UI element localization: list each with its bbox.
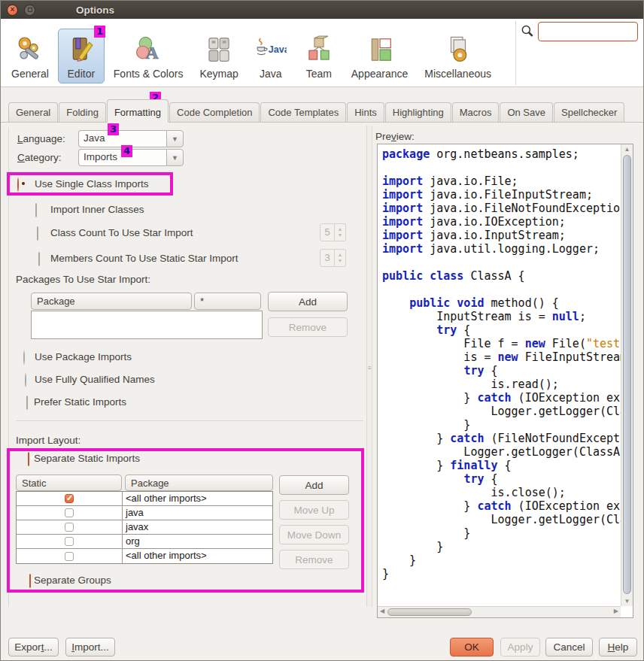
layout-table-header-package[interactable]: Package xyxy=(125,475,273,491)
use-fully-qualified-radio[interactable] xyxy=(25,373,26,387)
layout-remove-button[interactable]: Remove xyxy=(279,550,349,569)
layout-add-button[interactable]: Add xyxy=(279,475,349,495)
scroll-up-icon[interactable]: ▲ xyxy=(621,146,633,153)
java-logo-icon: Java xyxy=(255,33,287,66)
preview-pane: package org.netbeans.samples; import jav… xyxy=(377,144,633,618)
toolbar-item-label: General xyxy=(11,68,49,80)
layout-move-down-button[interactable]: Move Down xyxy=(279,525,349,544)
scroll-right-icon[interactable]: ▶ xyxy=(614,608,618,614)
tab-spellchecker[interactable]: Spellchecker xyxy=(554,102,624,123)
toolbar-item-appearance[interactable]: Appearance xyxy=(344,29,416,83)
row-package-cell[interactable]: java xyxy=(123,506,272,520)
search-input[interactable] xyxy=(538,22,638,41)
layout-move-up-button[interactable]: Move Up xyxy=(279,500,349,520)
row-package-cell[interactable]: org xyxy=(123,535,272,548)
options-window: × Options General xyxy=(0,0,644,661)
window-close-button[interactable]: × xyxy=(7,5,18,16)
use-package-imports-radio[interactable] xyxy=(23,350,25,365)
annotation-badge-4: 4 xyxy=(121,145,132,157)
row-static-checkbox[interactable] xyxy=(65,537,74,546)
packages-table-body[interactable] xyxy=(31,311,263,339)
help-button[interactable]: Help xyxy=(599,638,637,656)
scroll-down-icon[interactable]: ▼ xyxy=(621,598,633,605)
tab-hints[interactable]: Hints xyxy=(347,102,384,123)
separate-groups-label: Separate Groups xyxy=(34,575,111,586)
table-row[interactable]: javax xyxy=(17,520,272,535)
toolbar-item-label: Editor xyxy=(68,68,96,80)
toolbar-item-keymap[interactable]: Keymap xyxy=(192,29,245,83)
use-fully-qualified-label: Use Fully Qualified Names xyxy=(35,374,155,385)
tab-folding[interactable]: Folding xyxy=(59,102,106,123)
vertical-scrollbar[interactable]: ▲ ▼ xyxy=(621,144,633,606)
row-package-cell[interactable]: javax xyxy=(123,520,272,534)
export-button[interactable]: Export... xyxy=(8,638,59,656)
toolbar-item-general[interactable]: General xyxy=(4,29,56,83)
use-package-imports-label: Use Package Imports xyxy=(35,351,132,362)
ok-button[interactable]: OK xyxy=(450,638,494,656)
row-package-cell[interactable]: <all other imports> xyxy=(123,492,272,505)
row-static-checkbox[interactable] xyxy=(65,494,74,503)
layout-table-body: <all other imports> java javax org <all … xyxy=(16,491,273,564)
toolbar-item-label: Miscellaneous xyxy=(424,68,491,80)
table-row[interactable]: java xyxy=(17,506,272,520)
import-inner-classes-checkbox[interactable] xyxy=(35,203,37,217)
chevron-down-icon[interactable]: ▼ xyxy=(166,149,184,166)
prefer-static-imports-checkbox[interactable] xyxy=(26,396,28,410)
table-row[interactable]: <all other imports> xyxy=(17,492,272,506)
separate-groups-checkbox[interactable] xyxy=(29,574,31,588)
use-single-class-imports-radio[interactable] xyxy=(17,177,19,192)
members-count-checkbox[interactable] xyxy=(38,252,40,266)
toolbar-item-team[interactable]: Team xyxy=(296,29,342,83)
tab-code-templates[interactable]: Code Templates xyxy=(260,102,346,123)
section-divider xyxy=(16,420,363,421)
table-row[interactable]: org xyxy=(17,535,272,549)
horizontal-scrollbar-thumb[interactable] xyxy=(387,608,472,616)
toolbar-item-java[interactable]: Java Java xyxy=(248,29,294,83)
table-row[interactable]: <all other imports> xyxy=(17,549,272,563)
separate-static-imports-checkbox[interactable] xyxy=(28,452,29,466)
tab-highlighting[interactable]: Highlighting xyxy=(385,102,451,123)
tab-formatting[interactable]: Formatting xyxy=(107,99,169,123)
spinner-arrows-icon[interactable]: ▲▼ xyxy=(335,249,346,267)
cancel-button[interactable]: Cancel xyxy=(545,638,593,656)
letter-a-colors-icon: A xyxy=(132,33,164,66)
tab-general[interactable]: General xyxy=(8,102,58,123)
window-maximize-button[interactable] xyxy=(24,5,35,16)
row-package-cell[interactable]: <all other imports> xyxy=(123,549,272,563)
row-static-checkbox[interactable] xyxy=(65,523,74,532)
gears-wrench-icon xyxy=(14,33,46,66)
packages-remove-button[interactable]: Remove xyxy=(268,317,348,337)
svg-text:Java: Java xyxy=(269,44,287,55)
chevron-down-icon[interactable]: ▼ xyxy=(166,130,184,147)
row-static-checkbox[interactable] xyxy=(65,552,74,561)
use-single-class-imports-label: Use Single Class Imports xyxy=(35,178,149,190)
layout-table-header-static[interactable]: Static xyxy=(16,475,122,491)
packages-table-header-star[interactable]: * xyxy=(194,293,261,310)
preview-code[interactable]: package org.netbeans.samples; import jav… xyxy=(378,144,621,606)
toolbar-item-fonts-colors[interactable]: A Fonts & Colors xyxy=(106,29,191,83)
class-count-checkbox[interactable] xyxy=(37,226,38,241)
scroll-left-icon[interactable]: ◀ xyxy=(380,608,384,614)
horizontal-scrollbar[interactable]: ◀ ▶ xyxy=(378,606,621,617)
toolbar-item-miscellaneous[interactable]: Miscellaneous xyxy=(417,29,499,83)
row-static-checkbox[interactable] xyxy=(65,508,74,517)
panel-splitter[interactable]: ≡ xyxy=(366,126,372,607)
titlebar: × Options xyxy=(1,1,644,19)
class-count-spinner[interactable]: 5 ▲▼ xyxy=(320,223,346,241)
class-count-label: Class Count To Use Star Import xyxy=(50,227,193,238)
vertical-scrollbar-thumb[interactable] xyxy=(623,155,631,594)
tab-on-save[interactable]: On Save xyxy=(500,102,553,123)
packages-to-use-star-import-label: Packages To Use Star Import: xyxy=(16,274,150,285)
members-count-spinner[interactable]: 3 ▲▼ xyxy=(320,249,346,267)
packages-add-button[interactable]: Add xyxy=(268,292,348,311)
window-title: Options xyxy=(76,5,114,16)
import-button[interactable]: Import... xyxy=(65,638,115,656)
tab-code-completion[interactable]: Code Completion xyxy=(169,102,260,123)
packages-table-header-package[interactable]: Package xyxy=(31,293,192,310)
import-layout-label: Import Layout: xyxy=(16,435,80,446)
tab-macros[interactable]: Macros xyxy=(452,102,500,123)
spinner-arrows-icon[interactable]: ▲▼ xyxy=(335,223,346,241)
language-label: Language: xyxy=(17,133,65,144)
cubes-icon xyxy=(303,33,335,66)
apply-button[interactable]: Apply xyxy=(500,638,540,656)
